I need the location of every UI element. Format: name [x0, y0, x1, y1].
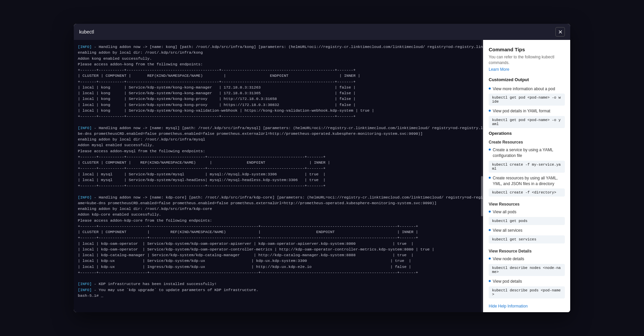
create-op-0: Create a service by using a YAML configu…	[489, 147, 565, 159]
close-button[interactable]: ✕	[555, 27, 565, 37]
detail-op-command-1[interactable]: kubectl describe pods <pod-name>	[489, 286, 565, 298]
customized-item-label-0: View more information about a pod	[493, 86, 555, 92]
view-resources-title: View Resources	[489, 202, 565, 207]
learn-more-link[interactable]: Learn More	[489, 67, 565, 72]
terminal-panel[interactable]: [INFO] - Handling addon now -> [name: ko…	[74, 40, 483, 312]
dot-icon-4	[489, 211, 491, 213]
command-tips-title: Command Tips	[489, 47, 565, 52]
view-details-group: View Resource Details View node details …	[489, 249, 565, 298]
kubectl-modal: kubectl ✕ [INFO] - Handling addon now ->…	[74, 24, 570, 312]
dot-icon-7	[489, 280, 491, 282]
hide-help-link[interactable]: Hide Help Information	[489, 304, 565, 309]
view-op-label-0: View all pods	[493, 209, 517, 215]
view-op-command-0[interactable]: kubectl get pods	[489, 217, 565, 225]
detail-op-label-0: View node details	[493, 256, 524, 262]
dot-icon-3	[489, 177, 491, 179]
dot-icon	[489, 88, 491, 90]
view-details-title: View Resource Details	[489, 249, 565, 254]
create-op-1: Create resources by using all YAML, YML,…	[489, 175, 565, 187]
dot-icon-5	[489, 229, 491, 231]
detail-op-label-1: View pod details	[493, 279, 522, 284]
view-op-command-1[interactable]: kubectl get services	[489, 235, 565, 243]
terminal-scrollbar[interactable]	[481, 40, 483, 312]
view-op-label-1: View all services	[493, 228, 522, 233]
modal-overlay: kubectl ✕ [INFO] - Handling addon now ->…	[0, 0, 644, 336]
modal-header: kubectl ✕	[74, 24, 570, 40]
detail-op-0: View node details	[489, 256, 565, 262]
create-op-command-1[interactable]: kubectl create -f <directory>	[489, 188, 565, 197]
terminal-content[interactable]: [INFO] - Handling addon now -> [name: ko…	[74, 40, 483, 312]
customized-item-label-1: View pod details in YAML format	[493, 108, 550, 114]
create-op-label-0: Create a service by using a YAML configu…	[493, 147, 565, 159]
view-op-0: View all pods	[489, 209, 565, 215]
customized-command-1[interactable]: kubectl get pod <pod-name> -o yaml	[489, 116, 565, 128]
dot-icon-6	[489, 258, 491, 260]
operations-title: Operations	[489, 131, 565, 136]
terminal-scrollbar-thumb[interactable]	[481, 176, 483, 216]
create-op-label-1: Create resources by using all YAML, YML,…	[493, 175, 565, 187]
help-sidebar: Command Tips You can refer to the follow…	[483, 40, 570, 312]
detail-op-command-0[interactable]: kubectl describe nodes <node-name>	[489, 264, 565, 276]
customized-command-0[interactable]: kubectl get pod <pod-name> -o wide	[489, 94, 565, 106]
view-resources-group: View Resources View all pods kubectl get…	[489, 202, 565, 243]
dot-icon-2	[489, 149, 491, 151]
modal-title: kubectl	[79, 29, 555, 35]
command-tips-desc: You can refer to the following kubectl c…	[489, 54, 565, 66]
create-resources-title: Create Resources	[489, 140, 565, 145]
detail-op-1: View pod details	[489, 279, 565, 284]
dot-icon-1	[489, 110, 491, 112]
customized-output-title: Customized Output	[489, 77, 565, 82]
create-op-command-0[interactable]: kubectl create -f my-service.yaml	[489, 161, 565, 173]
customized-item-1: View pod details in YAML format	[489, 108, 565, 114]
create-resources-group: Create Resources Create a service by usi…	[489, 140, 565, 197]
modal-body: [INFO] - Handling addon now -> [name: ko…	[74, 40, 570, 312]
customized-item-0: View more information about a pod	[489, 86, 565, 92]
view-op-1: View all services	[489, 228, 565, 233]
